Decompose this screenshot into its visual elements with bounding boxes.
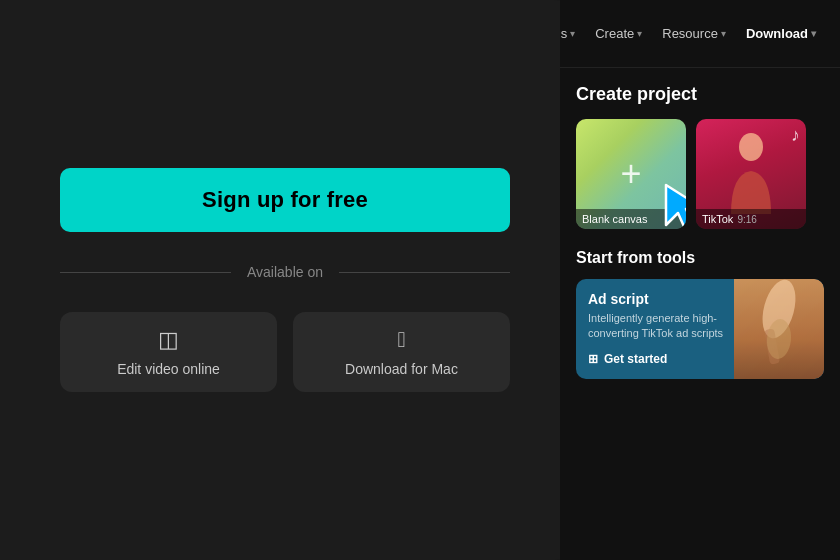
cursor-overlay	[656, 175, 686, 229]
create-project-title: Create project	[576, 84, 824, 105]
svg-point-1	[739, 133, 763, 161]
tool-image	[734, 279, 824, 379]
tiktok-logo-icon: ♪	[791, 125, 800, 146]
chevron-create-icon: ▾	[637, 28, 642, 39]
divider-right	[339, 272, 510, 273]
svg-marker-0	[666, 185, 686, 229]
get-started-icon: ⊞	[588, 352, 598, 366]
tool-image-inner	[734, 279, 824, 379]
plus-icon: +	[620, 153, 641, 195]
start-tools-title: Start from tools	[576, 249, 824, 267]
person-silhouette	[721, 129, 781, 219]
nav-s[interactable]: s ▾	[560, 20, 583, 47]
available-label: Available on	[247, 264, 323, 280]
edit-online-button[interactable]: ◫ Edit video online	[60, 312, 277, 392]
download-mac-label: Download for Mac	[345, 361, 458, 377]
nav-download[interactable]: Download ▾	[738, 20, 824, 47]
nav-resource[interactable]: Resource ▾	[654, 20, 734, 47]
ad-script-desc: Intelligently generate high-converting T…	[588, 311, 728, 342]
right-panel: s ▾ Create ▾ Resource ▾ Download ▾ Creat…	[560, 0, 840, 560]
chevron-resource-icon: ▾	[721, 28, 726, 39]
left-panel: Sign up for free Available on ◫ Edit vid…	[0, 0, 570, 560]
browser-icon: ◫	[158, 327, 179, 353]
signup-button[interactable]: Sign up for free	[60, 168, 510, 232]
product-silhouette	[739, 279, 819, 379]
blank-canvas-card[interactable]: + Blank canvas	[576, 119, 686, 229]
cursor-arrow-icon	[656, 175, 686, 229]
platform-buttons: ◫ Edit video online  Download for Mac	[60, 312, 510, 392]
content-area: Create project + Blank canvas ♪	[560, 68, 840, 560]
chevron-s-icon: ▾	[570, 28, 575, 39]
divider-left	[60, 272, 231, 273]
chevron-download-icon: ▾	[811, 28, 816, 39]
tiktok-label: TikTok 9:16	[696, 209, 806, 229]
nav-create[interactable]: Create ▾	[587, 20, 650, 47]
project-grid: + Blank canvas ♪	[576, 119, 824, 229]
apple-icon: 	[397, 327, 405, 353]
tiktok-card[interactable]: ♪ TikTok 9:16	[696, 119, 806, 229]
ad-script-card[interactable]: Ad script Intelligently generate high-co…	[576, 279, 824, 379]
edit-online-label: Edit video online	[117, 361, 220, 377]
divider-row: Available on	[60, 264, 510, 280]
download-mac-button[interactable]:  Download for Mac	[293, 312, 510, 392]
navbar: s ▾ Create ▾ Resource ▾ Download ▾	[560, 0, 840, 68]
